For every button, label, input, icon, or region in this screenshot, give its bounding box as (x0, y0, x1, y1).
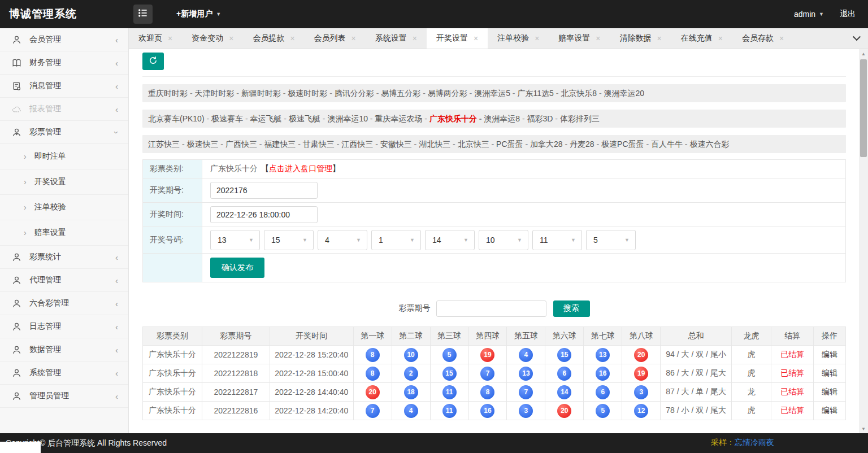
lottery-link[interactable]: 安徽快三 (380, 140, 419, 149)
edit-link[interactable]: 编辑 (822, 406, 837, 415)
lottery-link[interactable]: 广东11选5 (517, 89, 561, 98)
lottery-link[interactable]: 广西快三 (225, 140, 264, 149)
sidebar-toggle-button[interactable] (133, 5, 153, 24)
tab-draw-settings[interactable]: 开奖设置× (427, 28, 488, 49)
draw-time-input[interactable] (210, 206, 318, 223)
lottery-link[interactable]: 澳洲幸运20 (604, 89, 644, 98)
sidebar-item-message-mgmt[interactable]: 消息管理 ‹ (0, 75, 128, 98)
tab-odds-settings[interactable]: 赔率设置× (549, 28, 610, 49)
lottery-link[interactable]: 甘肃快三 (303, 140, 341, 149)
sidebar-subitem-instant-bets[interactable]: › 即时注单 (0, 144, 128, 169)
lottery-link[interactable]: 江苏快三 (148, 140, 186, 149)
ball7-select[interactable]: 11▼ (532, 230, 582, 250)
lottery-link[interactable]: 重庆时时彩 (148, 89, 194, 98)
ball4-select[interactable]: 1▼ (371, 230, 421, 250)
lottery-link[interactable]: 重庆幸运农场 (375, 114, 429, 123)
close-icon[interactable]: × (351, 34, 356, 43)
lottery-link[interactable]: 极速时时彩 (288, 89, 334, 98)
lottery-link[interactable]: 百人牛牛 (651, 140, 689, 149)
tab-fund-changes[interactable]: 资金变动× (182, 28, 243, 49)
tab-online-recharge[interactable]: 在线充值× (671, 28, 732, 49)
ball5-select[interactable]: 14▼ (425, 230, 475, 250)
lottery-link[interactable]: 极速六合彩 (689, 140, 729, 149)
sidebar-item-member-mgmt[interactable]: 会员管理 ‹ (0, 28, 128, 51)
sidebar-item-mark6-mgmt[interactable]: 六合彩管理 ‹ (0, 292, 128, 315)
ball6-select[interactable]: 10▼ (479, 230, 528, 250)
lottery-link-active[interactable]: 广东快乐十分 (429, 114, 484, 123)
lottery-link[interactable]: 湖北快三 (419, 140, 457, 149)
lottery-link[interactable]: 极速赛车 (211, 114, 250, 123)
sidebar-item-log-mgmt[interactable]: 日志管理 ‹ (0, 315, 128, 338)
sidebar-subitem-bet-check[interactable]: › 注单校验 (0, 195, 128, 220)
lottery-link[interactable]: 澳洲幸运5 (474, 89, 517, 98)
lottery-link[interactable]: 极速飞艇 (289, 114, 327, 123)
lottery-link[interactable]: 北京快乐8 (561, 89, 604, 98)
lottery-link[interactable]: 幸运飞艇 (250, 114, 288, 123)
sidebar-subitem-draw-settings[interactable]: › 开奖设置 (0, 169, 128, 195)
lottery-link[interactable]: 极速PC蛋蛋 (601, 140, 651, 149)
sidebar-item-report-mgmt[interactable]: 报表管理 ‹ (0, 98, 128, 121)
lottery-link[interactable]: 北京赛车(PK10) (148, 114, 211, 123)
ball2-select[interactable]: 15▼ (264, 230, 314, 250)
refresh-button[interactable] (142, 53, 164, 70)
user-menu[interactable]: admin ▼ (794, 10, 824, 19)
close-icon[interactable]: × (168, 34, 172, 43)
sidebar-item-agent-mgmt[interactable]: 代理管理 ‹ (0, 269, 128, 292)
ball8-select[interactable]: 5▼ (586, 230, 636, 250)
close-icon[interactable]: × (474, 34, 478, 43)
scroll-up-icon[interactable]: ▲ (859, 49, 868, 58)
lottery-link[interactable]: 极速快三 (186, 140, 225, 149)
lottery-link[interactable]: 澳洲幸运8 (484, 114, 527, 123)
close-icon[interactable]: × (290, 34, 294, 43)
scrollbar-thumb[interactable] (860, 59, 867, 157)
tab-welcome[interactable]: 欢迎页× (129, 28, 182, 49)
sidebar-item-lottery-stats[interactable]: 彩票统计 ‹ (0, 246, 128, 269)
sidebar-item-lottery-mgmt[interactable]: 彩票管理 › (0, 121, 128, 144)
edit-link[interactable]: 编辑 (822, 387, 837, 396)
lottery-link[interactable]: 腾讯分分彩 (335, 89, 381, 98)
panel-mgmt-link[interactable]: 点击进入盘口管理 (269, 164, 332, 174)
sidebar-item-finance-mgmt[interactable]: 财务管理 ‹ (0, 51, 128, 75)
lottery-link[interactable]: 北京快三 (458, 140, 496, 149)
tab-member-withdraw[interactable]: 会员提款× (243, 28, 304, 49)
sidebar-item-data-mgmt[interactable]: 数据管理 ‹ (0, 338, 128, 361)
sidebar-subitem-odds-settings[interactable]: › 赔率设置 (0, 220, 128, 246)
lottery-link[interactable]: 福建快三 (264, 140, 302, 149)
ball1-select[interactable]: 13▼ (210, 230, 260, 250)
scroll-down-icon[interactable]: ▼ (859, 424, 868, 433)
issue-input[interactable] (210, 182, 318, 199)
lottery-link[interactable]: 体彩排列三 (560, 114, 600, 123)
tab-member-list[interactable]: 会员列表× (305, 28, 366, 49)
confirm-publish-button[interactable]: 确认发布 (210, 258, 264, 278)
lottery-link[interactable]: 天津时时彩 (194, 89, 241, 98)
sidebar-item-system-mgmt[interactable]: 系统管理 ‹ (0, 361, 128, 385)
lottery-link[interactable]: 澳洲幸运10 (327, 114, 375, 123)
tab-member-deposit[interactable]: 会员存款× (732, 28, 793, 49)
logout-button[interactable]: 退出 (840, 9, 856, 19)
close-icon[interactable]: × (535, 34, 539, 43)
close-icon[interactable]: × (657, 34, 662, 43)
close-icon[interactable]: × (413, 34, 417, 43)
close-icon[interactable]: × (779, 34, 784, 43)
lottery-link[interactable]: 加拿大28 (530, 140, 570, 149)
close-icon[interactable]: × (229, 34, 233, 43)
lottery-link[interactable]: 福彩3D (527, 114, 560, 123)
lottery-link[interactable]: 江西快三 (341, 140, 380, 149)
sidebar-item-admin-mgmt[interactable]: 管理员管理 ‹ (0, 385, 128, 408)
edit-link[interactable]: 编辑 (822, 368, 837, 377)
tab-clear-data[interactable]: 清除数据× (610, 28, 671, 49)
ball3-select[interactable]: 4▼ (318, 230, 367, 250)
lottery-link[interactable]: 新疆时时彩 (241, 89, 288, 98)
close-icon[interactable]: × (596, 34, 600, 43)
lottery-link[interactable]: PC蛋蛋 (496, 140, 530, 149)
lottery-link[interactable]: 易博五分彩 (381, 89, 427, 98)
issue-search-input[interactable] (436, 300, 546, 317)
tab-system-settings[interactable]: 系统设置× (366, 28, 427, 49)
search-button[interactable]: 搜索 (553, 300, 590, 317)
edit-link[interactable]: 编辑 (822, 350, 837, 359)
close-icon[interactable]: × (718, 34, 723, 43)
lottery-link[interactable]: 易博两分彩 (428, 89, 474, 98)
add-user-button[interactable]: +新增用户 ▼ (176, 9, 221, 19)
lottery-link[interactable]: 丹麦28 (570, 140, 601, 149)
vertical-scrollbar[interactable]: ▲ ▼ (859, 49, 868, 433)
